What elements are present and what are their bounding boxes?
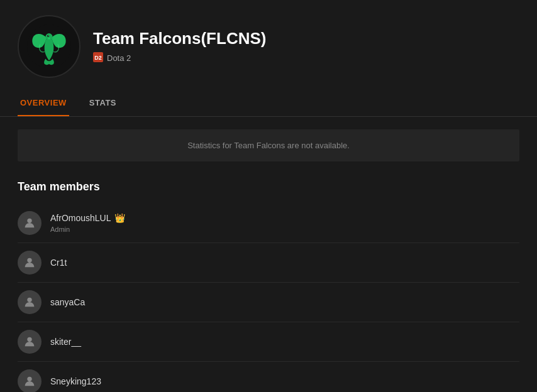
svg-point-6 [27, 219, 31, 223]
member-name: skiter__ [50, 337, 81, 347]
team-members-section: Team members AfrOmoushLUL 👑 Admin [0, 174, 537, 392]
member-details: skiter__ [50, 337, 81, 347]
dota-icon: D2 [93, 52, 103, 64]
nav-tabs: OVERVIEW STATS [0, 90, 537, 117]
list-item[interactable]: Cr1t [18, 243, 519, 283]
team-info: Team Falcons(FLCNS) D2 Dota 2 [93, 29, 266, 64]
svg-point-9 [27, 337, 31, 342]
member-name-row: sanyaCa [50, 297, 85, 307]
avatar [18, 290, 42, 314]
avatar [18, 330, 42, 354]
team-members-title: Team members [18, 180, 519, 193]
member-name: Sneyking123 [50, 376, 101, 386]
svg-point-8 [27, 298, 31, 302]
tab-stats[interactable]: STATS [87, 90, 119, 116]
list-item[interactable]: AfrOmoushLUL 👑 Admin [18, 204, 519, 243]
member-details: sanyaCa [50, 297, 85, 307]
member-name: AfrOmoushLUL [50, 213, 111, 223]
member-details: Cr1t [50, 258, 67, 268]
member-name-row: Sneyking123 [50, 376, 101, 386]
tab-overview[interactable]: OVERVIEW [18, 90, 69, 116]
game-info: D2 Dota 2 [93, 52, 266, 64]
member-name-row: skiter__ [50, 337, 81, 347]
stats-notice-text: Statistics for Team Falcons are not avai… [187, 141, 350, 150]
member-name-row: Cr1t [50, 258, 67, 268]
svg-point-3 [48, 35, 48, 36]
svg-point-10 [27, 377, 31, 381]
team-name: Team Falcons(FLCNS) [93, 29, 266, 48]
member-name: sanyaCa [50, 297, 85, 307]
avatar [18, 211, 42, 235]
list-item[interactable]: sanyaCa [18, 283, 519, 322]
member-details: Sneyking123 [50, 376, 101, 386]
member-name: Cr1t [50, 258, 67, 268]
member-role: Admin [50, 226, 125, 233]
avatar [18, 251, 42, 275]
game-name: Dota 2 [107, 53, 131, 63]
team-logo [18, 15, 80, 78]
list-item[interactable]: skiter__ [18, 322, 519, 362]
svg-text:D2: D2 [94, 55, 102, 61]
header: Team Falcons(FLCNS) D2 Dota 2 [0, 0, 537, 90]
crown-icon: 👑 [114, 213, 125, 223]
avatar [18, 369, 42, 392]
list-item[interactable]: Sneyking123 [18, 362, 519, 392]
member-details: AfrOmoushLUL 👑 Admin [50, 213, 125, 233]
member-name-row: AfrOmoushLUL 👑 [50, 213, 125, 223]
stats-notice: Statistics for Team Falcons are not avai… [18, 129, 519, 161]
svg-point-7 [27, 258, 31, 263]
